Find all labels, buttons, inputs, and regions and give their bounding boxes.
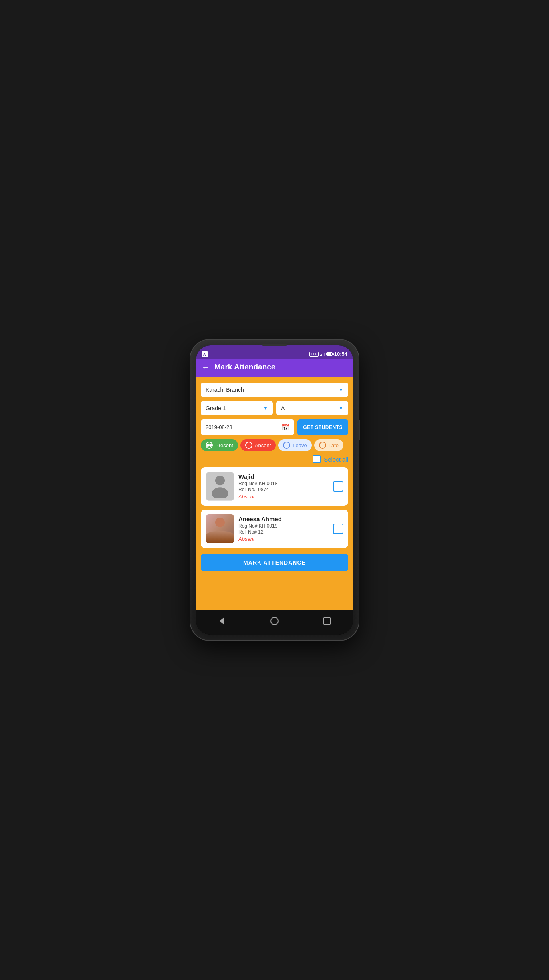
student-card-aneesa: Aneesa Ahmed Reg No# KHI0019 Roll No# 12… [201, 510, 348, 548]
date-value: 2019-08-28 [206, 424, 232, 430]
student-info-aneesa: Aneesa Ahmed Reg No# KHI0019 Roll No# 12… [238, 516, 329, 542]
student-name-wajid: Wajid [238, 473, 329, 480]
late-label: Late [329, 442, 339, 448]
volume-button [359, 420, 360, 440]
nav-back-button[interactable] [215, 614, 229, 628]
top-bar: ← Mark Attendance [196, 359, 353, 377]
student-roll-wajid: Roll No# 9874 [238, 487, 329, 492]
page-title: Mark Attendance [214, 363, 275, 371]
absent-pill[interactable]: Absent [240, 439, 276, 451]
svg-point-0 [215, 476, 225, 485]
grade-value: Grade 1 [206, 405, 226, 411]
silhouette-icon [209, 474, 231, 499]
nav-recents-button[interactable] [320, 614, 334, 628]
status-right: LTE 10:54 [309, 351, 347, 357]
mark-attendance-button[interactable]: MARK ATTENDANCE [201, 554, 348, 571]
select-all-checkbox[interactable] [313, 455, 321, 463]
student-checkbox-aneesa[interactable] [333, 524, 343, 534]
bottom-nav [196, 610, 353, 635]
leave-circle [283, 442, 290, 449]
grade-dropdown-arrow: ▼ [263, 405, 268, 411]
student-reg-aneesa: Reg No# KHI0019 [238, 523, 329, 529]
branch-value: Karachi Branch [206, 387, 244, 393]
late-circle [319, 442, 326, 449]
present-label: Present [215, 442, 233, 448]
grade-dropdown[interactable]: Grade 1 ▼ [201, 401, 273, 415]
battery-icon [326, 352, 333, 356]
date-picker[interactable]: 2019-08-28 📅 [201, 419, 294, 435]
status-left: N [202, 351, 208, 357]
branch-dropdown-arrow: ▼ [339, 387, 343, 393]
section-value: A [281, 405, 285, 411]
status-pills: Present Absent Leave Late [201, 439, 348, 451]
clock: 10:54 [334, 351, 347, 357]
date-btn-row: 2019-08-28 📅 GET STUDENTS [201, 419, 348, 435]
present-circle [206, 442, 213, 449]
leave-label: Leave [293, 442, 307, 448]
nav-home-button[interactable] [267, 614, 282, 628]
student-status-wajid: Absent [238, 494, 329, 500]
student-roll-aneesa: Roll No# 12 [238, 529, 329, 535]
student-reg-wajid: Reg No# KHI0018 [238, 481, 329, 486]
student-card-wajid: Wajid Reg No# KHI0018 Roll No# 9874 Abse… [201, 467, 348, 506]
absent-label: Absent [255, 442, 271, 448]
get-students-button[interactable]: GET STUDENTS [297, 419, 348, 435]
back-button[interactable]: ← [202, 363, 210, 371]
grade-section-row: Grade 1 ▼ A ▼ [201, 401, 348, 415]
home-nav-icon [270, 617, 279, 625]
section-dropdown[interactable]: A ▼ [276, 401, 348, 415]
student-checkbox-wajid[interactable] [333, 481, 343, 492]
app-logo: N [202, 351, 208, 357]
select-all-row: Select all [201, 455, 348, 463]
lte-indicator: LTE [309, 352, 318, 357]
leave-pill[interactable]: Leave [278, 439, 311, 451]
late-pill[interactable]: Late [314, 439, 343, 451]
student-info-wajid: Wajid Reg No# KHI0018 Roll No# 9874 Abse… [238, 473, 329, 500]
branch-dropdown[interactable]: Karachi Branch ▼ [201, 383, 348, 397]
recents-nav-icon [323, 617, 331, 625]
select-all-label[interactable]: Select all [324, 456, 348, 463]
present-pill[interactable]: Present [201, 439, 238, 451]
phone-speaker [262, 344, 287, 346]
phone-device: N LTE 10:54 ← Mark Attendance [190, 340, 359, 640]
absent-circle [245, 442, 252, 449]
calendar-icon: 📅 [281, 423, 289, 431]
signal-bars [320, 352, 325, 356]
student-photo-aneesa [206, 514, 234, 543]
student-photo-wajid [206, 472, 234, 501]
phone-screen: N LTE 10:54 ← Mark Attendance [196, 345, 353, 635]
main-content: Karachi Branch ▼ Grade 1 ▼ A ▼ 2019-08-2… [196, 377, 353, 610]
section-dropdown-arrow: ▼ [339, 405, 343, 411]
status-bar: N LTE 10:54 [196, 345, 353, 359]
student-name-aneesa: Aneesa Ahmed [238, 516, 329, 522]
back-nav-icon [220, 617, 224, 625]
svg-point-1 [212, 487, 228, 498]
student-status-aneesa: Absent [238, 536, 329, 542]
